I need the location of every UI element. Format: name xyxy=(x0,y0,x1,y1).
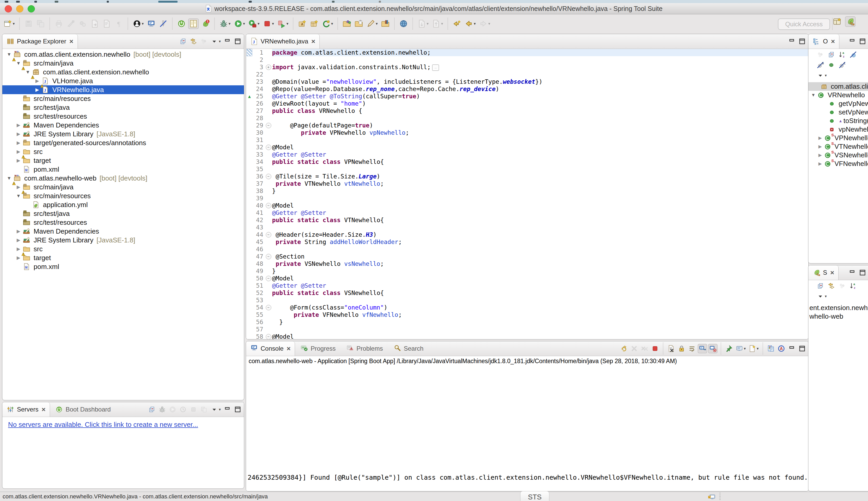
menu-icon[interactable]: ▾ xyxy=(816,291,828,301)
outline-item[interactable]: vpNewhello xyxy=(808,125,868,134)
close-icon[interactable]: × xyxy=(831,38,835,45)
hidefield-icon[interactable] xyxy=(848,50,858,59)
code-line[interactable]: 22 xyxy=(246,71,808,78)
code-line[interactable]: 54− @Form(cssClass="oneColumn") xyxy=(246,304,808,311)
cmdline-icon[interactable] xyxy=(766,344,776,353)
menu-icon[interactable]: ▾ xyxy=(210,405,221,414)
persp-open-icon[interactable] xyxy=(832,17,843,27)
zoom-window-button[interactable] xyxy=(28,5,35,12)
expand-arrow-icon[interactable]: ▶ xyxy=(14,237,23,243)
quick-access-input[interactable]: Quick Access xyxy=(778,19,830,30)
fold-collapse-icon[interactable]: − xyxy=(265,305,272,310)
min-icon[interactable] xyxy=(787,344,796,353)
close-icon[interactable]: × xyxy=(311,38,315,45)
tab-search[interactable]: Search xyxy=(388,341,429,356)
tab-outline[interactable]: O × xyxy=(808,34,839,49)
outline-item[interactable]: setVpNewhello(VPNewhello) xyxy=(808,108,868,117)
tree-item[interactable]: ▶target xyxy=(2,253,244,262)
outline-item[interactable]: ▼VRNewhello xyxy=(808,91,868,99)
code-line[interactable]: 50−@Model xyxy=(246,275,808,282)
greendot-icon[interactable] xyxy=(827,60,836,70)
tab-servers[interactable]: Servers × xyxy=(2,402,50,417)
showout-icon[interactable] xyxy=(698,344,707,353)
max-icon[interactable] xyxy=(233,37,242,46)
min-icon[interactable] xyxy=(223,37,232,46)
sts-popup-button[interactable]: STS xyxy=(520,491,549,501)
ansi-icon[interactable]: A xyxy=(777,344,786,353)
tree-item[interactable]: Mpom.xml xyxy=(2,262,244,271)
linked-icon[interactable] xyxy=(827,281,836,290)
sortaz-icon[interactable]: az xyxy=(838,50,847,59)
pin-icon[interactable] xyxy=(724,344,734,353)
refresh-c-icon[interactable]: ▾ xyxy=(321,19,334,29)
code-line[interactable]: 33@Getter @Setter xyxy=(246,151,808,158)
outline-item[interactable]: ▲toString() xyxy=(808,117,868,125)
outline-item[interactable]: ▶SVSNewhello xyxy=(808,151,868,159)
tree-item[interactable]: src/test/java xyxy=(2,103,244,112)
code-line[interactable]: 39 xyxy=(246,194,808,202)
expand-arrow-icon[interactable]: ▶ xyxy=(14,228,23,234)
run-icon[interactable]: ▾ xyxy=(233,19,246,29)
clear-icon[interactable] xyxy=(667,344,676,353)
outline-item[interactable]: ▶SVTNewhello xyxy=(808,142,868,151)
collapse-icon[interactable] xyxy=(147,405,156,414)
tree-item[interactable]: src/main/resources xyxy=(2,94,244,103)
tree-item[interactable]: ▶target xyxy=(2,156,244,165)
code-line[interactable]: 40−@Model xyxy=(246,202,808,209)
code-line[interactable]: 52public static class VSNewhello{ xyxy=(246,289,808,297)
min-icon[interactable] xyxy=(223,405,232,414)
tree-item[interactable]: ▶src/main/java xyxy=(2,183,244,191)
code-line[interactable]: 31 xyxy=(246,136,808,143)
relaunch-gold-icon[interactable] xyxy=(619,344,628,353)
runconfig-icon[interactable]: ▾ xyxy=(247,19,260,29)
lock-icon[interactable] xyxy=(677,344,686,353)
collapse-icon[interactable] xyxy=(816,281,825,290)
code-line[interactable]: 45 private String addHelloWorldHeader; xyxy=(246,238,808,246)
code-line[interactable]: 55 private VFNewhello vfNewhello; xyxy=(246,311,808,318)
close-icon[interactable]: × xyxy=(830,269,834,277)
code-line[interactable]: 28 xyxy=(246,115,808,122)
tree-item[interactable]: Mpom.xml xyxy=(2,165,244,174)
close-icon[interactable]: × xyxy=(42,406,45,414)
code-line[interactable]: 36− @Tile(size = Tile.Size.Large) xyxy=(246,173,808,180)
open-icon[interactable]: ▾ xyxy=(747,344,760,353)
code-line[interactable]: 46 xyxy=(246,246,808,253)
expand-arrow-icon[interactable]: ▶ xyxy=(14,140,23,146)
code-line[interactable]: 51@Getter @Setter xyxy=(246,282,808,289)
fold-collapse-icon[interactable]: − xyxy=(265,232,272,237)
tree-item[interactable]: ▶JRE System Library[JavaSE-1.8] xyxy=(2,129,244,138)
tree-item[interactable]: ▶JVLHome.java xyxy=(2,76,244,85)
lastedit-icon[interactable] xyxy=(452,19,462,29)
tree-item[interactable]: ▶Maven Dependencies xyxy=(2,227,244,236)
code-line[interactable]: ▲25@Getter @Setter @ToString(callSuper=t… xyxy=(246,93,808,100)
spring-explorer-item[interactable]: whello-web xyxy=(808,312,868,321)
tree-item[interactable]: ▶src xyxy=(2,147,244,156)
close-icon[interactable]: × xyxy=(287,345,291,353)
console-mon-icon[interactable] xyxy=(146,19,156,29)
tab-package-explorer[interactable]: Package Explorer × xyxy=(2,34,78,49)
tree-item[interactable]: ▼com.atlas.client.extension.newhello xyxy=(2,68,244,76)
tab-console[interactable]: Console× xyxy=(246,341,295,356)
stop-icon[interactable]: ▾ xyxy=(262,19,275,29)
expand-arrow-icon[interactable]: ▶ xyxy=(816,161,824,167)
wrap-icon[interactable] xyxy=(687,344,697,353)
tree-item[interactable]: ▶src xyxy=(2,245,244,253)
tree-item[interactable]: ▶target/generated-sources/annotations xyxy=(2,138,244,147)
fold-collapse-icon[interactable]: − xyxy=(265,174,272,179)
outline-item[interactable]: ▶SVPNewhello xyxy=(808,134,868,142)
tree-item[interactable]: src/test/java xyxy=(2,209,244,218)
globe-icon[interactable] xyxy=(398,19,409,29)
code-line[interactable]: 3+import javax.validation.constraints.No… xyxy=(246,63,808,71)
fold-collapse-icon[interactable]: − xyxy=(265,123,272,128)
tree-item[interactable]: ▶JVRNewhello.java xyxy=(2,85,244,94)
tree-item[interactable]: ▼MScom.atlas.client.extension.newhello[b… xyxy=(2,50,244,59)
fold-collapse-icon[interactable]: − xyxy=(265,334,272,340)
code-line[interactable]: 24@Repo(value=Repo.Database.rep_none,cac… xyxy=(246,85,808,93)
outline-item[interactable]: ▶SVFNewhello xyxy=(808,159,868,168)
show-console-icon[interactable] xyxy=(708,492,716,501)
linked-icon[interactable] xyxy=(189,37,198,46)
display-icon[interactable]: ▾ xyxy=(735,344,747,353)
tree-item[interactable]: ▶Maven Dependencies xyxy=(2,121,244,129)
expand-arrow-icon[interactable]: ▶ xyxy=(14,122,23,128)
fold-collapse-icon[interactable]: − xyxy=(265,145,272,150)
